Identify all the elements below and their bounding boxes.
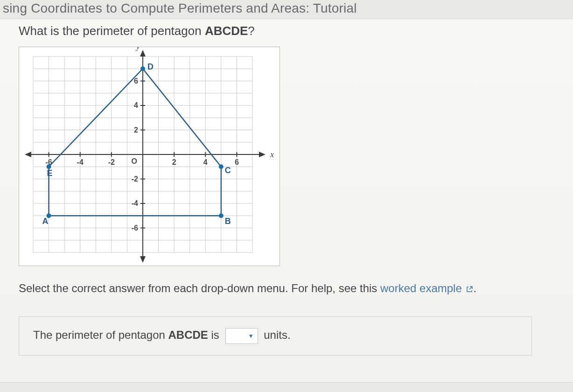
svg-text:B: B (225, 217, 231, 226)
svg-text:D: D (147, 62, 154, 71)
svg-marker-36 (140, 50, 146, 56)
answer-mid: is (208, 329, 219, 341)
svg-text:2: 2 (172, 158, 176, 166)
svg-point-70 (219, 164, 224, 169)
answer-box: The perimeter of pentagon ABCDE is ▼ uni… (19, 316, 532, 356)
question-prefix: What is the perimeter of pentagon (19, 24, 205, 38)
svg-text:E: E (47, 168, 53, 178)
svg-text:-6: -6 (132, 224, 138, 232)
svg-text:-4: -4 (132, 199, 138, 207)
chart-svg: -6-4-2246-6-4-2246OxyABCDE (19, 47, 280, 266)
svg-text:A: A (42, 217, 49, 226)
svg-marker-33 (259, 152, 266, 157)
external-link-icon (466, 281, 473, 298)
question-text: What is the perimeter of pentagon ABCDE? (19, 24, 564, 38)
svg-text:y: y (135, 47, 140, 51)
question-suffix: ? (248, 24, 254, 38)
instruction-text: Select the correct answer from each drop… (19, 280, 564, 298)
svg-text:C: C (225, 166, 231, 175)
svg-text:4: 4 (134, 101, 138, 109)
coordinate-grid-chart: -6-4-2246-6-4-2246OxyABCDE (19, 47, 280, 266)
worked-example-link[interactable]: worked example (380, 282, 473, 294)
answer-line: The perimeter of pentagon ABCDE is ▼ uni… (33, 328, 517, 344)
svg-text:2: 2 (134, 126, 138, 134)
svg-marker-34 (25, 152, 31, 157)
svg-text:-2: -2 (108, 158, 115, 166)
chevron-down-icon: ▼ (248, 333, 254, 339)
content-panel: What is the perimeter of pentagon ABCDE?… (0, 19, 573, 383)
question-shape: ABCDE (205, 24, 248, 38)
svg-text:4: 4 (203, 158, 208, 166)
svg-marker-37 (140, 256, 146, 263)
svg-text:-2: -2 (132, 175, 138, 183)
worked-example-label: worked example (380, 282, 462, 294)
answer-shape: ABCDE (168, 329, 208, 341)
perimeter-dropdown[interactable]: ▼ (225, 328, 258, 344)
svg-text:x: x (270, 150, 274, 159)
answer-units: units. (264, 329, 290, 341)
svg-point-68 (219, 213, 224, 218)
svg-text:6: 6 (235, 158, 239, 166)
page-title: sing Coordinates to Compute Perimeters a… (0, 0, 573, 16)
svg-point-72 (140, 66, 145, 71)
instruction-trailing: . (473, 282, 476, 294)
svg-text:O: O (132, 157, 137, 165)
answer-prefix: The perimeter of pentagon (33, 329, 168, 341)
svg-text:-4: -4 (77, 158, 84, 166)
instruction-prefix: Select the correct answer from each drop… (19, 282, 380, 294)
